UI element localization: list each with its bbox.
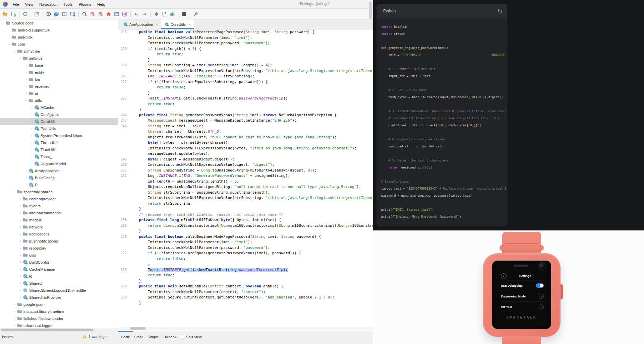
chevron-right-icon[interactable]: ›: [24, 183, 28, 187]
code-line[interactable]: 218 public final boolean validProtectedP…: [118, 29, 373, 35]
reload-icon[interactable]: [21, 10, 29, 18]
chevron-right-icon[interactable]: ›: [30, 141, 34, 144]
code-line[interactable]: 247 MessageDigest messageDigest = Messag…: [118, 118, 373, 124]
chevron-right-icon[interactable]: ›: [18, 247, 22, 250]
code-line[interactable]: Intrinsics.checkNotNullParameter(imei, "…: [118, 239, 373, 245]
code-line[interactable]: 272 if (!(!Intrinsics.areEqual(generateP…: [118, 251, 373, 256]
search-icon[interactable]: [81, 10, 88, 18]
chevron-right-icon[interactable]: ›: [24, 85, 28, 88]
editor-tab-coreutils[interactable]: cCoreUtils×: [161, 19, 194, 29]
code-line[interactable]: String strSubstring = unsignedString.sub…: [118, 190, 373, 196]
chevron-right-icon[interactable]: ›: [30, 162, 34, 165]
preferences-icon[interactable]: [45, 10, 52, 18]
chevron-right-icon[interactable]: ›: [18, 211, 22, 215]
tree-item-instacart-library-truetime[interactable]: ›instacart.library.truetime: [0, 308, 118, 315]
code-line[interactable]: }: [118, 206, 373, 212]
tree-item-r[interactable]: ›cR: [0, 181, 118, 188]
log-viewer-icon[interactable]: [180, 10, 188, 18]
editor-horizontal-scrollbar[interactable]: [118, 327, 373, 330]
code-line[interactable]: 220 String strSubstring = imei.substring…: [118, 63, 373, 68]
code-line[interactable]: 221 Log_.INSTANCE.i(TAG, "imeiEnd:" + st…: [118, 74, 373, 79]
tree-item-contentprovider[interactable]: ›contentprovider: [0, 195, 118, 202]
close-tab-icon[interactable]: ×: [188, 22, 190, 26]
chevron-down-icon[interactable]: ›: [19, 56, 22, 60]
chevron-right-icon[interactable]: ›: [18, 197, 22, 201]
code-line[interactable]: 248 String str = imei + salt;: [118, 124, 373, 129]
tree-item-r[interactable]: ›cR: [0, 273, 118, 280]
tree-item-ui[interactable]: ›ui: [0, 90, 118, 97]
tree-item-entity[interactable]: ›entity: [0, 69, 118, 76]
tree-item-base[interactable]: ›base: [0, 62, 118, 69]
code-line[interactable]: /* renamed from: toUInt64-ZIaKswc, reaso…: [118, 212, 373, 218]
code-line[interactable]: 266 return ULong.m168constructorimpl(ULo…: [118, 223, 373, 229]
chevron-right-icon[interactable]: ›: [18, 225, 22, 229]
code-line[interactable]: }: [118, 57, 373, 63]
chevron-right-icon[interactable]: ›: [30, 134, 34, 137]
tree-item-repository[interactable]: ›repository: [0, 245, 118, 252]
code-line[interactable]: byte[] bytes = str.getBytes(charset);: [118, 140, 373, 146]
code-line[interactable]: int length = unsignedString.length() - 6…: [118, 179, 373, 185]
chevron-down-icon[interactable]: ›: [7, 42, 11, 46]
code-line[interactable]: 222 if (!(!Intrinsics.areEqual(strSubstr…: [118, 79, 373, 85]
forward-icon[interactable]: →: [141, 10, 148, 18]
view-tab-code[interactable]: Code: [121, 335, 130, 339]
tree-item-acache[interactable]: ›cACache: [0, 104, 118, 111]
tree-item-models[interactable]: ›models: [0, 216, 118, 223]
code-line[interactable]: }: [118, 300, 373, 306]
chevron-right-icon[interactable]: ›: [13, 310, 17, 313]
code-line[interactable]: return false;: [118, 85, 373, 90]
view-tab-fallback[interactable]: Fallback: [163, 335, 176, 339]
tree-item-network[interactable]: ›network: [0, 223, 118, 230]
chevron-right-icon[interactable]: ›: [18, 282, 22, 285]
chevron-right-icon[interactable]: ›: [18, 232, 22, 236]
debug-icon[interactable]: [169, 10, 176, 18]
layout-icon[interactable]: [61, 10, 68, 18]
chevron-down-icon[interactable]: ›: [13, 49, 16, 53]
split-view-option[interactable]: Split view: [180, 335, 201, 339]
export-icon[interactable]: [33, 10, 41, 18]
copy-code-icon[interactable]: [497, 8, 503, 14]
editor-tab-amapplication[interactable]: cAmApplication×: [120, 19, 161, 29]
code-line[interactable]: return strSubstring;: [118, 201, 373, 207]
code-line-selected[interactable]: 273 Toast_.INSTANCE.get().showToast(R.st…: [118, 267, 373, 273]
chevron-right-icon[interactable]: ›: [24, 169, 28, 173]
chevron-right-icon[interactable]: ›: [18, 218, 22, 222]
settings-icon[interactable]: [192, 10, 199, 18]
tree-item-allmytribe[interactable]: ›allmytribe: [0, 48, 118, 55]
tree-item-notifications[interactable]: ›notifications: [0, 230, 118, 237]
code-line[interactable]: 252 Log_.INSTANCE.i(TAG, "GeneratePasswo…: [118, 173, 373, 179]
tree-item-upgrademodel[interactable]: ›cUpgradeModel: [0, 160, 118, 167]
tree-item-com[interactable]: ›com: [0, 41, 118, 48]
code-line[interactable]: 270 public final boolean validEngineerMo…: [118, 234, 373, 240]
tree-item-orhanobut-logger[interactable]: ›orhanobut.logger: [0, 322, 118, 329]
tree-item-configutils[interactable]: ›cConfigUtils: [0, 111, 118, 118]
tree-item-sharedinitprovider[interactable]: ›cSharedInitProvider: [0, 294, 118, 301]
menu-tools[interactable]: Tools: [61, 1, 76, 7]
code-line[interactable]: Intrinsics.checkNotNullParameter(imei, "…: [118, 35, 373, 41]
tree-item-cachemanager[interactable]: ›cCacheManager: [0, 266, 118, 273]
code-line[interactable]: 280 public final void setAdbEnable(Conte…: [118, 284, 373, 289]
chevron-right-icon[interactable]: ›: [13, 303, 17, 306]
code-line[interactable]: Intrinsics.checkNotNullParameter(passwor…: [118, 245, 373, 251]
chevron-right-icon[interactable]: ›: [30, 155, 34, 158]
code-line[interactable]: 250 Intrinsics.checkNotNullExpressionVal…: [118, 162, 373, 168]
chevron-right-icon[interactable]: ›: [30, 148, 34, 151]
code-line[interactable]: Charset charset = Charsets.UTF_8;: [118, 129, 373, 135]
tree-item-toast-[interactable]: ›cToast_: [0, 153, 118, 160]
code-line[interactable]: 246 private final String generatePasswor…: [118, 113, 373, 118]
code-line[interactable]: 223 Toast_.INSTANCE.get().showToast(R.st…: [118, 96, 373, 101]
code-line[interactable]: }: [118, 90, 373, 96]
class-search-icon[interactable]: [97, 10, 104, 18]
code-area[interactable]: 218 public final boolean validProtectedP…: [118, 29, 373, 331]
chevron-right-icon[interactable]: ›: [18, 261, 22, 264]
tree-item-events[interactable]: ›events: [0, 202, 118, 209]
code-line[interactable]: }: [118, 107, 373, 113]
code-line[interactable]: 219 if (imei.length() < 4) {: [118, 46, 373, 52]
menu-plugins[interactable]: Plugins: [75, 1, 94, 7]
chevron-right-icon[interactable]: ›: [24, 92, 28, 95]
code-line[interactable]: return true;: [118, 101, 373, 107]
main-activity-icon[interactable]: [105, 10, 112, 18]
tree-item-timeutils[interactable]: ›cTimeUtils: [0, 146, 118, 153]
add-files-icon[interactable]: [10, 10, 17, 18]
tree-item-utils[interactable]: ›utils: [0, 252, 118, 259]
